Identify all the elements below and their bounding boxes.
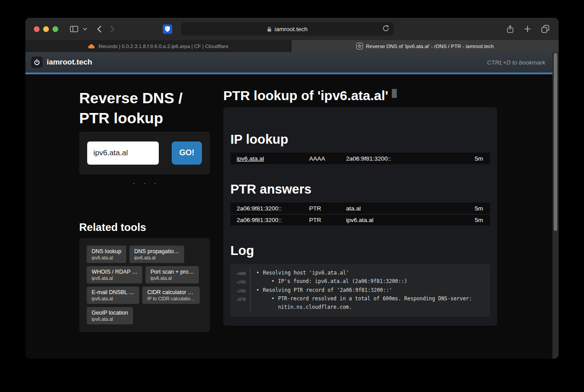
bullet-icon: [256, 286, 263, 295]
sidebar-toggle-icon[interactable]: [70, 25, 78, 32]
site-logo[interactable]: [31, 57, 43, 68]
record-ttl: 5m: [475, 155, 483, 162]
log-heading: Log: [230, 243, 490, 258]
record-name: 2a06:9f81:3200::: [237, 205, 309, 212]
log-message: PTR-record resolved in a total of 600ms.…: [278, 295, 484, 312]
tab-overview-icon[interactable]: [541, 24, 550, 33]
ip-lookup-heading: IP lookup: [230, 132, 490, 147]
desktop-background: iamroot.tech Records | 0.: [0, 0, 584, 392]
related-tool-button[interactable]: CIDR calculator … IP to CIDR calculatio…: [142, 287, 200, 304]
browser-window: iamroot.tech Records | 0.: [25, 18, 559, 359]
log-timestamp: +000: [237, 269, 250, 277]
tab-title: Reverse DNS of 'ipv6.ata.al' - rDNS / PT…: [366, 44, 494, 49]
share-icon[interactable]: [506, 24, 514, 34]
site-header: iamroot.tech CTRL+D to bookmark: [25, 52, 559, 74]
record-ttl: 5m: [475, 217, 483, 223]
cloudflare-cloud-icon: [88, 44, 95, 49]
log-message: Resolving PTR record of '2a06:9f81:3200:…: [263, 286, 484, 295]
tab-cloudflare-records[interactable]: Records | 0.0.2.3.1.8.f.9.6.0.a.2.ip6.ar…: [25, 40, 291, 52]
related-tool-button[interactable]: DNS propagatio… ipv6.ata.al: [129, 246, 184, 263]
results-title: PTR lookup of 'ipv6.ata.al': [223, 88, 497, 103]
ptr-answers-heading: PTR answers: [230, 182, 490, 197]
lock-icon: [267, 26, 272, 32]
bullet-icon: [271, 295, 278, 312]
log-entry: +266 Resolving PTR record of '2a06:9f81:…: [237, 286, 484, 295]
new-tab-icon[interactable]: [524, 25, 531, 32]
ip-lookup-table: ipv6.ata.al AAAA 2a06:9f81:3200:: 5m: [230, 153, 490, 164]
record-type: PTR: [309, 217, 346, 223]
chevron-down-icon[interactable]: [83, 28, 87, 31]
record-name: 2a06:9f81:3200::: [237, 217, 309, 223]
dns-record-row: ipv6.ata.al AAAA 2a06:9f81:3200:: 5m: [230, 153, 490, 164]
log-message: IP's found: ipv6.ata.al (2a06:9f81:3200:…: [278, 277, 484, 286]
password-extension-icon[interactable]: [163, 24, 172, 34]
bullet-icon: [256, 269, 263, 277]
traffic-lights: [34, 26, 58, 32]
tab-bar: Records | 0.0.2.3.1.8.f.9.6.0.a.2.ip6.ar…: [25, 40, 559, 52]
record-value: ata.al: [346, 205, 475, 212]
record-value: 2a06:9f81:3200::: [346, 155, 475, 162]
address-text: iamroot.tech: [274, 26, 307, 32]
log-timestamp: +266: [237, 286, 250, 295]
log-entry: +000 Resolving host 'ipv6.ata.al': [237, 269, 484, 277]
host-input[interactable]: [87, 141, 159, 165]
anchor-link[interactable]: [139, 180, 150, 186]
address-bar[interactable]: iamroot.tech: [181, 22, 394, 36]
tab-iamroot-rdns[interactable]: Reverse DNS of 'ipv6.ata.al' - rDNS / PT…: [291, 40, 559, 52]
record-ttl: 5m: [475, 205, 483, 212]
log-message: Resolving host 'ipv6.ata.al': [263, 269, 484, 277]
scrollbar-thumb[interactable]: [554, 53, 557, 231]
results-card: IP lookup ipv6.ata.al AAAA 2a06:9f81:320…: [223, 107, 497, 326]
log-entry: +870 PTR-record resolved in a total of 6…: [237, 295, 484, 312]
main-content: Reverse DNS / PTR lookup GO! Related too…: [25, 74, 559, 332]
related-tools-card: DNS lookup ipv6.ata.al DNS propagatio… i…: [79, 238, 210, 332]
record-type: AAAA: [309, 155, 346, 162]
results-column: PTR lookup of 'ipv6.ata.al' IP lookup ip…: [223, 88, 497, 326]
text-cursor-artifact: [392, 89, 397, 98]
dns-record-row: 2a06:9f81:3200:: PTR ipv6.ata.al 5m: [230, 214, 490, 226]
related-tool-button[interactable]: GeoIP location ipv6.ata.al: [87, 307, 133, 324]
back-icon[interactable]: [97, 25, 102, 33]
web-page: iamroot.tech CTRL+D to bookmark Reverse …: [25, 52, 559, 359]
log-panel: +000 Resolving host 'ipv6.ata.al' +266 I…: [230, 264, 490, 317]
minimize-window-button[interactable]: [43, 26, 49, 32]
related-tools-heading: Related tools: [79, 221, 210, 234]
reload-icon[interactable]: [382, 24, 390, 32]
ptr-answers-table: 2a06:9f81:3200:: PTR ata.al 5m 2a06:9f81…: [230, 202, 490, 226]
related-tool-button[interactable]: WHOIS / RDAP … ipv6.ata.al: [87, 266, 142, 283]
anchor-link[interactable]: [129, 180, 139, 186]
dns-record-row: 2a06:9f81:3200:: PTR ata.al 5m: [230, 202, 490, 214]
scrollbar-track[interactable]: [552, 52, 559, 359]
go-button[interactable]: GO!: [172, 141, 202, 165]
page-title: Reverse DNS / PTR lookup: [79, 88, 210, 128]
zoom-window-button[interactable]: [52, 26, 58, 32]
lookup-form: GO!: [79, 132, 210, 174]
log-entry: +266 IP's found: ipv6.ata.al (2a06:9f81:…: [237, 277, 484, 286]
record-name-link[interactable]: ipv6.ata.al: [237, 155, 309, 162]
forward-icon[interactable]: [110, 25, 115, 33]
browser-toolbar: iamroot.tech: [25, 18, 559, 40]
related-tool-button[interactable]: E-mail DNSBL … ipv6.ata.al: [87, 287, 139, 304]
log-timestamp: +266: [237, 277, 250, 286]
bookmark-hint: CTRL+D to bookmark: [487, 59, 545, 66]
anchor-link[interactable]: [150, 180, 161, 186]
related-tool-button[interactable]: DNS lookup ipv6.ata.al: [87, 246, 126, 263]
bullet-icon: [271, 277, 278, 286]
record-type: PTR: [309, 205, 346, 212]
power-favicon-icon: [356, 43, 363, 49]
related-tool-button[interactable]: Port scan + pro… ipv6.ata.al: [145, 266, 199, 283]
site-brand[interactable]: iamroot.tech: [47, 58, 92, 67]
tool-column: Reverse DNS / PTR lookup GO! Related too…: [79, 88, 210, 332]
close-window-button[interactable]: [34, 26, 40, 32]
log-timestamp: +870: [237, 295, 250, 312]
tab-title: Records | 0.0.2.3.1.8.f.9.6.0.a.2.ip6.ar…: [98, 44, 228, 49]
section-anchors: [79, 180, 210, 186]
record-value: ipv6.ata.al: [346, 217, 475, 223]
